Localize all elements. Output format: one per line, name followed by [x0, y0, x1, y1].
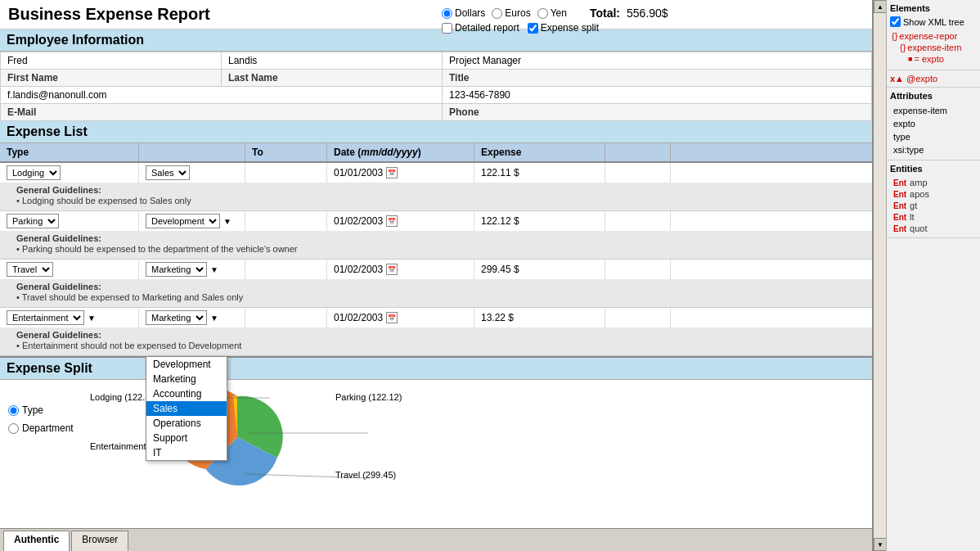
phone-value: 123-456-7890	[443, 87, 872, 104]
lodging-dept-cell: Sales	[139, 163, 245, 183]
expense-table-header: Type To Date (mm/dd/yyyy) Expense	[0, 143, 872, 163]
entity-quot: Ent quot	[890, 223, 977, 234]
last-name-label: Last Name	[222, 70, 443, 87]
lodging-calendar-icon[interactable]: 📅	[386, 167, 398, 178]
entertainment-expense-cell: 13.22 $	[474, 308, 605, 327]
chevron-down-icon3: ▼	[88, 314, 96, 323]
dropdown-support[interactable]: Support	[146, 431, 227, 445]
parking-type-cell: Parking	[0, 211, 139, 231]
total-label: Total:	[590, 7, 620, 20]
split-options: Type Department	[8, 388, 82, 495]
dropdown-development[interactable]: Development	[146, 357, 227, 372]
expense-split-label[interactable]: Expense split	[528, 22, 599, 34]
euros-radio[interactable]	[492, 8, 502, 19]
detailed-report-checkbox[interactable]	[442, 23, 452, 34]
elements-title: Elements	[890, 3, 977, 13]
chevron-down-icon: ▼	[223, 217, 232, 226]
lodging-type-select[interactable]: Lodging	[7, 165, 61, 180]
show-xml-checkbox[interactable]	[890, 16, 901, 27]
entertainment-dept-select[interactable]: Marketing	[146, 310, 207, 325]
dept-dropdown[interactable]: Development Marketing Accounting Sales O…	[146, 356, 227, 461]
travel-date-cell: 01/02/2003 📅	[327, 260, 474, 279]
expense-split-section: Expense Split Type Department	[0, 356, 872, 503]
show-xml-row: Show XML tree	[890, 16, 977, 27]
dropdown-operations[interactable]: Operations	[146, 416, 227, 431]
travel-calendar-icon[interactable]: 📅	[386, 264, 398, 275]
report-header: Business Expense Report Dollars Euros Ye…	[0, 0, 872, 29]
expense-row-entertainment: Entertainment ▼ Marketing ▼ 01/02/2003 📅…	[0, 308, 872, 356]
entertainment-extra-cell	[605, 308, 671, 327]
tab-browser[interactable]: Browser	[71, 531, 128, 551]
parking-dept-cell: Development ▼	[139, 211, 245, 231]
expense-row-parking: Parking Development ▼ 01/02/2003 📅 122.1…	[0, 211, 872, 260]
first-name-label: First Name	[1, 70, 222, 87]
parking-calendar-icon[interactable]: 📅	[386, 215, 398, 227]
main-scrollbar[interactable]: ▲ ▼	[873, 0, 886, 551]
expense-row-travel: Travel Marketing ▼ 01/02/2003 📅 299.45 $	[0, 260, 872, 308]
entertainment-type-select[interactable]: Entertainment	[7, 310, 84, 325]
type-radio[interactable]	[8, 405, 19, 416]
dollars-radio-label[interactable]: Dollars	[442, 7, 485, 19]
detailed-report-label[interactable]: Detailed report	[442, 22, 519, 34]
xo-attr-row: x▲ @expto	[890, 74, 977, 84]
yen-radio-label[interactable]: Yen	[537, 7, 567, 19]
expense-list-header: Expense List	[0, 121, 872, 143]
entertainment-guideline: General Guidelines: Entertainment should…	[0, 327, 872, 355]
euros-radio-label[interactable]: Euros	[492, 7, 530, 19]
dept-radio[interactable]	[8, 423, 19, 434]
dropdown-accounting[interactable]: Accounting	[146, 386, 227, 401]
travel-type-select[interactable]: Travel	[7, 262, 53, 277]
scroll-up-btn[interactable]: ▲	[874, 0, 887, 13]
dropdown-marketing[interactable]: Marketing	[146, 372, 227, 386]
travel-expense-cell: 299.45 $	[474, 260, 605, 279]
travel-extra-cell	[605, 260, 671, 279]
parking-to-cell	[245, 211, 327, 231]
entities-section: Entities Ent amp Ent apos Ent gt Ent lt …	[887, 160, 980, 238]
tab-authentic[interactable]: Authentic	[3, 531, 70, 551]
show-xml-label: Show XML tree	[903, 17, 964, 27]
tree-expense-report[interactable]: {} expense-repor	[890, 30, 977, 42]
phone-label: Phone	[443, 104, 872, 121]
dropdown-sales[interactable]: Sales	[146, 401, 227, 416]
lodging-date-cell: 01/01/2003 📅	[327, 163, 474, 183]
dollars-radio[interactable]	[442, 8, 452, 19]
scroll-track[interactable]	[874, 13, 886, 538]
travel-dept-select[interactable]: Marketing	[146, 262, 207, 277]
attr-type[interactable]: type	[890, 130, 977, 143]
currency-options: Dollars Euros Yen Total: 556.90$	[442, 7, 668, 20]
attr-xsi-type[interactable]: xsi:type	[890, 143, 977, 156]
yen-radio[interactable]	[537, 8, 548, 19]
expense-split-checkbox[interactable]	[528, 23, 538, 34]
parking-dept-select[interactable]: Development	[146, 214, 220, 228]
attributes-section: Attributes expense-item expto type xsi:t…	[887, 88, 980, 160]
entity-gt: Ent gt	[890, 200, 977, 211]
dropdown-it[interactable]: IT	[146, 445, 227, 460]
parking-guideline: General Guidelines: Parking should be ex…	[0, 231, 872, 259]
travel-to-cell	[245, 260, 327, 279]
scroll-down-btn[interactable]: ▼	[874, 538, 887, 551]
col-type: Type	[0, 143, 139, 161]
attr-expense-item[interactable]: expense-item	[890, 104, 977, 117]
col-extra	[605, 143, 671, 161]
col-dept	[139, 143, 245, 161]
attributes-title: Attributes	[890, 91, 977, 101]
type-radio-label[interactable]: Type	[8, 404, 82, 416]
tree-expense-item[interactable]: {} expense-item	[890, 42, 977, 53]
dept-radio-label[interactable]: Department	[8, 422, 82, 434]
chevron-down-icon2: ▼	[210, 265, 218, 274]
last-name-value: Landis	[222, 52, 443, 70]
title-value: Project Manager	[443, 52, 872, 70]
entity-lt: Ent lt	[890, 211, 977, 223]
split-content: Type Department	[0, 380, 872, 503]
travel-dept-cell: Marketing ▼	[139, 260, 245, 279]
entertainment-date-cell: 01/02/2003 📅	[327, 308, 474, 327]
tree-expto[interactable]: ■ = expto	[890, 53, 977, 65]
attr-expto[interactable]: expto	[890, 117, 977, 130]
entertainment-dept-cell: Marketing ▼	[139, 308, 245, 327]
travel-type-cell: Travel	[0, 260, 139, 279]
entertainment-calendar-icon[interactable]: 📅	[386, 312, 398, 323]
parking-expense-cell: 122.12 $	[474, 211, 605, 231]
parking-type-select[interactable]: Parking	[7, 214, 59, 228]
lodging-dept-select[interactable]: Sales	[146, 165, 190, 180]
report-title: Business Expense Report	[8, 5, 210, 24]
